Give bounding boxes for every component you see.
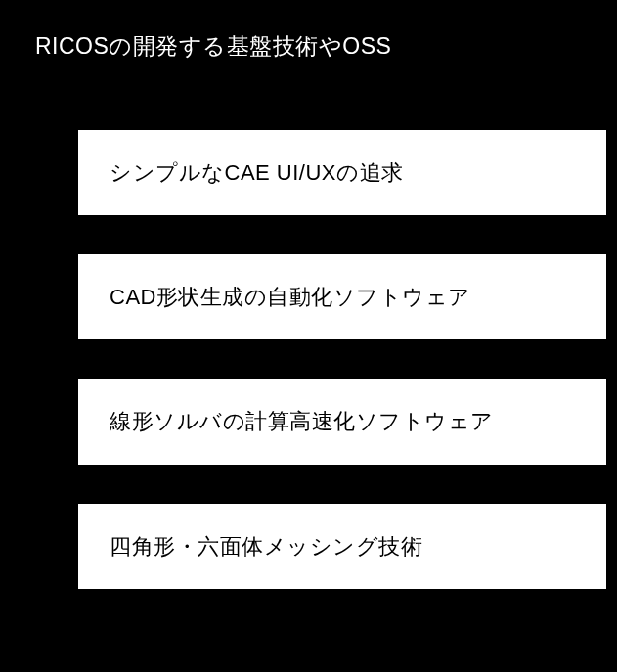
list-item: 四角形・六面体メッシング技術: [78, 504, 606, 589]
list-item: CAD形状生成の自動化ソフトウェア: [78, 254, 606, 339]
card-list: シンプルなCAE UI/UXの追求 CAD形状生成の自動化ソフトウェア 線形ソル…: [0, 130, 617, 589]
list-item: 線形ソルバの計算高速化ソフトウェア: [78, 379, 606, 464]
page-title: RICOSの開発する基盤技術やOSS: [0, 0, 617, 62]
list-item: シンプルなCAE UI/UXの追求: [78, 130, 606, 215]
